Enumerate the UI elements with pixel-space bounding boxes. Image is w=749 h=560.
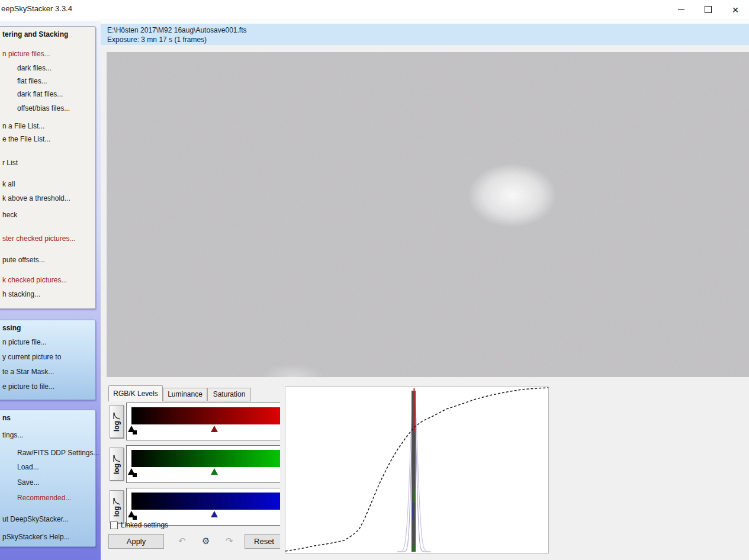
- blue-level-row: log: [108, 488, 280, 526]
- sidebar-item-open-file-list[interactable]: n a File List...: [2, 122, 44, 130]
- linked-settings-checkbox[interactable]: [110, 522, 118, 529]
- minimize-icon: [678, 9, 684, 10]
- sidebar-item-save-picture-to-file[interactable]: e picture to file...: [2, 382, 54, 391]
- green-midtone-marker[interactable]: [211, 468, 218, 475]
- sidebar-item-check-above-threshold[interactable]: k above a threshold...: [2, 194, 70, 202]
- linked-settings-row: Linked settings: [110, 521, 168, 529]
- green-shadow-marker-square: [133, 473, 137, 477]
- panel-processing: ssing n picture file... y current pictur…: [0, 320, 96, 400]
- panel-title: tering and Stacking: [2, 30, 68, 38]
- panel-title: ns: [2, 414, 11, 422]
- app-window: eepSkyStacker 3.3.4 × tering and Stackin…: [0, 0, 749, 560]
- sidebar-item-load[interactable]: Load...: [17, 463, 39, 471]
- sidebar-item-save[interactable]: Save...: [17, 478, 39, 487]
- close-button[interactable]: ×: [722, 0, 749, 19]
- sidebar-item-raw-fits-ddp-settings[interactable]: Raw/FITS DDP Settings...: [17, 449, 99, 457]
- sidebar-item-dark-flat-files[interactable]: dark flat files...: [17, 90, 63, 98]
- sidebar-item-save-file-list[interactable]: e the File List...: [2, 135, 50, 143]
- green-log-scale-button[interactable]: log: [110, 448, 124, 481]
- sidebar-item-deepskystacker-help[interactable]: pSkyStacker's Help...: [2, 533, 70, 541]
- maximize-icon: [705, 6, 712, 13]
- red-level-slider[interactable]: [126, 403, 280, 440]
- close-icon: ×: [732, 4, 738, 15]
- sidebar-item-recommended[interactable]: Recommended...: [17, 494, 71, 502]
- maximize-button[interactable]: [695, 0, 722, 19]
- red-log-scale-button[interactable]: log: [110, 405, 124, 438]
- window-title: eepSkyStacker 3.3.4: [1, 4, 72, 13]
- green-level-slider[interactable]: [126, 445, 280, 483]
- sidebar-item-compute-offsets[interactable]: pute offsets...: [2, 256, 45, 264]
- blue-midtone-marker[interactable]: [211, 511, 218, 517]
- window-gap: [0, 19, 749, 24]
- red-level-row: log: [108, 403, 280, 440]
- histogram-chart: [285, 387, 549, 553]
- sidebar-item-check-all[interactable]: k all: [2, 180, 15, 188]
- green-level-row: log: [108, 445, 280, 483]
- sidebar-item-create-star-mask[interactable]: te a Star Mask...: [2, 368, 54, 376]
- sidebar-item-copy-current-picture[interactable]: y current picture to: [2, 353, 61, 361]
- panel-title: ssing: [2, 324, 21, 332]
- reset-button[interactable]: Reset: [245, 534, 280, 549]
- tab-rgbk-levels[interactable]: RGB/K Levels: [108, 385, 163, 401]
- redo-icon[interactable]: ↷: [226, 535, 233, 547]
- linked-settings-label: Linked settings: [121, 521, 168, 529]
- log-label: log: [112, 421, 121, 432]
- apply-button[interactable]: Apply: [108, 534, 164, 549]
- sidebar-item-about-deepskystacker[interactable]: ut DeepSkyStacker...: [2, 515, 69, 523]
- log-curve-icon: [112, 497, 121, 506]
- tab-luminance[interactable]: Luminance: [163, 388, 207, 401]
- histogram-canvas: [285, 387, 548, 553]
- log-curve-icon: [112, 454, 121, 463]
- red-shadow-marker-square: [133, 430, 137, 435]
- sidebar-item-open-picture-file[interactable]: n picture file...: [2, 338, 47, 346]
- red-midtone-marker[interactable]: [211, 426, 218, 432]
- sidebar-item-register-checked[interactable]: ster checked pictures...: [2, 234, 75, 243]
- levels-panel: RGB/K Levels Luminance Saturation log: [108, 385, 280, 549]
- undo-icon[interactable]: ↶: [178, 535, 186, 547]
- green-gradient-bar: [131, 450, 280, 467]
- log-curve-icon: [112, 411, 121, 420]
- title-bar: eepSkyStacker 3.3.4 ×: [0, 0, 749, 19]
- sidebar-item-open-picture-files[interactable]: n picture files...: [2, 50, 50, 58]
- sidebar-item-offset-bias-files[interactable]: offset/bias files...: [17, 104, 70, 112]
- sidebar-item-flat-files[interactable]: flat files...: [17, 77, 47, 85]
- image-view: [107, 52, 749, 377]
- blue-gradient-bar: [131, 493, 280, 510]
- sidebar-item-clear-list[interactable]: r List: [2, 159, 18, 167]
- file-info-header: E:\Hösten 2017\M92 16aug\Autosave001.fts…: [101, 24, 749, 45]
- sidebar-item-batch-stacking[interactable]: h stacking...: [2, 290, 40, 298]
- image-noise-overlay: [107, 52, 749, 377]
- red-gradient-bar: [131, 407, 280, 424]
- log-label: log: [112, 464, 121, 474]
- minimize-button[interactable]: [667, 0, 695, 19]
- blue-log-scale-button[interactable]: log: [110, 490, 124, 523]
- sidebar-item-settings[interactable]: tings...: [2, 431, 23, 439]
- log-label: log: [112, 506, 121, 517]
- tab-saturation[interactable]: Saturation: [207, 388, 251, 401]
- panel-options: ns tings... Raw/FITS DDP Settings... Loa…: [0, 410, 96, 547]
- file-path: E:\Hösten 2017\M92 16aug\Autosave001.fts: [107, 25, 749, 35]
- sidebar-item-stack-checked[interactable]: k checked pictures...: [2, 276, 67, 284]
- blue-shadow-marker-square: [133, 516, 137, 520]
- sidebar-item-dark-files[interactable]: dark files...: [17, 64, 52, 72]
- sidebar-item-uncheck[interactable]: heck: [2, 211, 17, 219]
- panel-registering-stacking: tering and Stacking n picture files... d…: [0, 26, 96, 309]
- gear-icon[interactable]: ⚙: [202, 535, 210, 547]
- blue-level-slider[interactable]: [126, 488, 280, 526]
- exposure-info: Exposure: 3 mn 17 s (1 frames): [107, 35, 749, 44]
